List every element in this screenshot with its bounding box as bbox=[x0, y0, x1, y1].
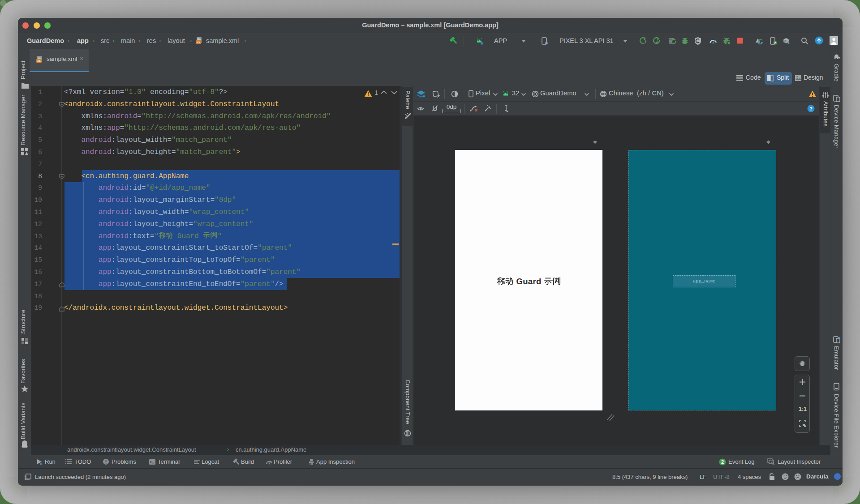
svg-text:<>: <> bbox=[197, 41, 200, 44]
svg-text:?: ? bbox=[809, 106, 813, 111]
svg-text:2: 2 bbox=[721, 459, 724, 465]
svg-text:<>: <> bbox=[37, 60, 41, 63]
svg-text:A: A bbox=[656, 40, 658, 44]
